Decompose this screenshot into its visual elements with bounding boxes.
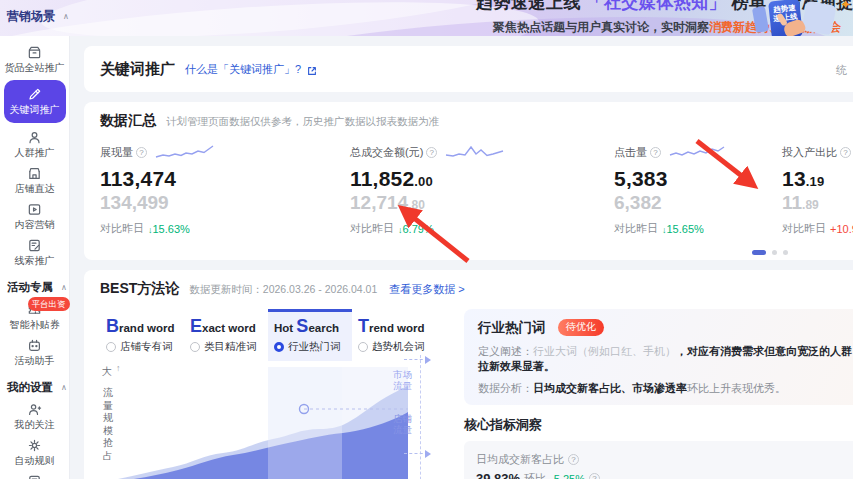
sidebar-item-shop-direct[interactable]: 店铺直达 — [2, 166, 68, 195]
data-analysis-line: 数据分析：日均成交新客占比、市场渗透率环比上升表现优秀。 — [478, 381, 853, 396]
sparkline — [445, 143, 505, 161]
sidebar-item-lead-promo[interactable]: 线索推广 — [2, 238, 68, 267]
banner-headline-highlight: 「社交媒体热知」 — [586, 0, 726, 12]
help-icon[interactable]: ? — [426, 147, 437, 158]
gear-icon — [27, 438, 42, 453]
sidebar-section-label: 我的设置 — [7, 380, 53, 395]
sidebar-section-label: 活动专属 — [7, 280, 53, 295]
banner-subline-prefix: 聚焦热点话题与用户真实讨论，实时洞察 — [493, 20, 709, 34]
best-title: BEST方法论 — [100, 280, 179, 298]
best-right-column: 行业热门词 待优化 定义阐述：行业大词（例如口红、手机），对应有消费需求但意向宽… — [464, 309, 853, 479]
box-icon — [27, 45, 42, 60]
radio-checked-icon[interactable] — [274, 342, 284, 352]
sidebar-item-audience-promo[interactable]: 人群推广 — [2, 130, 68, 159]
help-icon[interactable]: ? — [650, 147, 661, 158]
metric-value: 11,852.00 — [350, 167, 614, 191]
y-axis-label: 流量规模抢占 — [103, 387, 114, 462]
insight-metric-label: 日均成交新客占比 — [476, 452, 564, 467]
external-link-icon[interactable] — [306, 63, 318, 75]
ratio-value: -5.25% — [550, 473, 585, 479]
clipped-corner-text: 统 — [836, 63, 847, 78]
document-pen-icon — [27, 238, 42, 253]
sidebar-section-settings[interactable]: 我的设置 ∧ — [7, 380, 67, 395]
sidebar-item-label: 店铺直达 — [15, 183, 55, 195]
trend-arrow-icon — [404, 359, 428, 360]
chevron-up-icon: ∧ — [61, 283, 67, 292]
sidebar-item-full-site-promo[interactable]: 货品全站推广 — [2, 45, 68, 74]
star-icon: ✦ — [840, 0, 851, 12]
top-banner[interactable]: 趋势速递上线 「社交媒体热知」 榜单，精准捕捉 聚焦热点话题与用户真实讨论，实时… — [0, 0, 853, 36]
hot-panel-title: 行业热门词 — [478, 320, 546, 335]
sidebar-item-label: 智能补贴券 — [10, 319, 60, 331]
carousel-dot[interactable] — [783, 250, 788, 255]
metric-label: 投入产出比 — [782, 145, 837, 160]
platform-funded-badge: 平台出资 — [28, 297, 70, 311]
sidebar-item-label: 线索推广 — [15, 255, 55, 267]
help-icon[interactable]: ? — [589, 473, 600, 479]
core-insight-title: 核心指标洞察 — [464, 416, 853, 434]
storefront-icon — [27, 166, 42, 181]
tab-exact-word[interactable]: Exact word 类目精准词 — [184, 309, 268, 361]
what-is-keyword-promo-link[interactable]: 什么是「关键词推广」? — [185, 62, 301, 77]
tab-hot-search[interactable]: Hot Search 行业热门词 — [268, 309, 352, 361]
radio-icon[interactable] — [358, 342, 368, 352]
help-icon[interactable]: ? — [136, 147, 147, 158]
carousel-dot[interactable] — [772, 250, 777, 255]
metric-prev-value: 6,382 — [614, 192, 782, 214]
sidebar-item-label: 自动规则 — [15, 455, 55, 467]
change-value: ↓15.65% — [662, 223, 704, 235]
person-plus-icon — [27, 402, 42, 417]
sidebar-item-my-follows[interactable]: 我的关注 — [2, 402, 68, 431]
banner-card-shape — [802, 1, 837, 36]
metric-prev-value: 12,714.80 — [350, 192, 614, 214]
metric-value: 113,474 — [100, 167, 350, 191]
sidebar-item-content-marketing[interactable]: 内容营销 — [2, 202, 68, 231]
best-tabs: Brand word 店铺专有词 Exact word 类目精准词 Hot Se… — [100, 309, 450, 361]
sidebar-item-smart-subsidy[interactable]: 平台出资 智能补贴券 — [2, 302, 68, 331]
banner-illustration: 趋势速递 上线 — [748, 0, 853, 36]
metric-prev-value: 134,499 — [100, 192, 350, 214]
dashed-divider — [420, 355, 421, 479]
carousel-dot-active[interactable] — [752, 250, 766, 255]
person-icon — [27, 130, 42, 145]
tab-trend-word[interactable]: Trend word 趋势机会词 — [352, 309, 436, 361]
trend-arrow-icon — [404, 453, 428, 454]
compare-label: 对比昨日 — [614, 221, 658, 236]
chevron-up-icon: ∧ — [63, 12, 69, 21]
summary-note: 计划管理页面数据仅供参考，历史推广数据以报表数据为准 — [166, 115, 439, 129]
sidebar-item-label: 活动助手 — [15, 355, 55, 367]
compare-label: 对比昨日 — [100, 221, 144, 236]
view-more-data-link[interactable]: 查看更多数据 > — [389, 282, 464, 297]
metric-clicks: 点击量 ? 5,383 6,382 对比昨日↓15.65% — [614, 143, 782, 236]
sidebar-item-activity-helper[interactable]: 活动助手 — [2, 338, 68, 367]
definition-line: 定义阐述：行业大词（例如口红、手机），对应有消费需求但意向宽泛的人群，拉新效果显… — [478, 344, 853, 374]
carousel-dots — [752, 250, 788, 255]
metric-impressions: 展现量 ? 113,474 134,499 对比昨日↓15.63% — [100, 143, 350, 236]
banner-headline-prefix: 趋势速递上线 — [476, 0, 586, 12]
metric-label: 点击量 — [614, 145, 647, 160]
sidebar-item-operation-log[interactable]: 我的操作记录 — [2, 474, 68, 479]
summary-title: 数据汇总 — [100, 112, 156, 130]
metric-gmv: 总成交金额(元) ? 11,852.00 12,714.80 对比昨日↓6.79… — [350, 143, 614, 236]
sidebar-item-keyword-promo[interactable]: 关键词推广 — [4, 80, 66, 123]
area-chart-canvas — [118, 367, 408, 479]
traffic-area-chart: 大 ↑ 流量规模抢占 市场流量 店铺流量 — [100, 367, 450, 479]
sidebar-item-label: 关键词推广 — [10, 104, 60, 116]
ratio-label: 环比 — [524, 471, 546, 479]
radio-icon[interactable] — [190, 342, 200, 352]
sidebar-item-auto-rules[interactable]: 自动规则 — [2, 438, 68, 467]
metric-label: 总成交金额(元) — [350, 145, 423, 160]
chevron-up-icon: ∧ — [61, 383, 67, 392]
radio-icon[interactable] — [106, 342, 116, 352]
tab-brand-word[interactable]: Brand word 店铺专有词 — [100, 309, 184, 361]
insight-value: 39.83% — [476, 471, 520, 479]
help-icon[interactable]: ? — [840, 147, 851, 158]
best-methodology-card: BEST方法论 数据更新时间：2026.03.26 - 2026.04.01 查… — [84, 270, 853, 479]
help-icon[interactable]: ? — [568, 454, 579, 465]
banner-card-shape — [752, 6, 769, 33]
sidebar-section-marketing[interactable]: 营销场景 ∧ — [7, 8, 69, 25]
sidebar-section-activity[interactable]: 活动专属 ∧ — [7, 280, 67, 295]
metric-roi: 投入产出比 ? 13.19 11.89 对比昨日+10.93% — [782, 143, 853, 236]
log-document-icon — [27, 474, 42, 479]
sidebar-item-label: 我的关注 — [15, 419, 55, 431]
